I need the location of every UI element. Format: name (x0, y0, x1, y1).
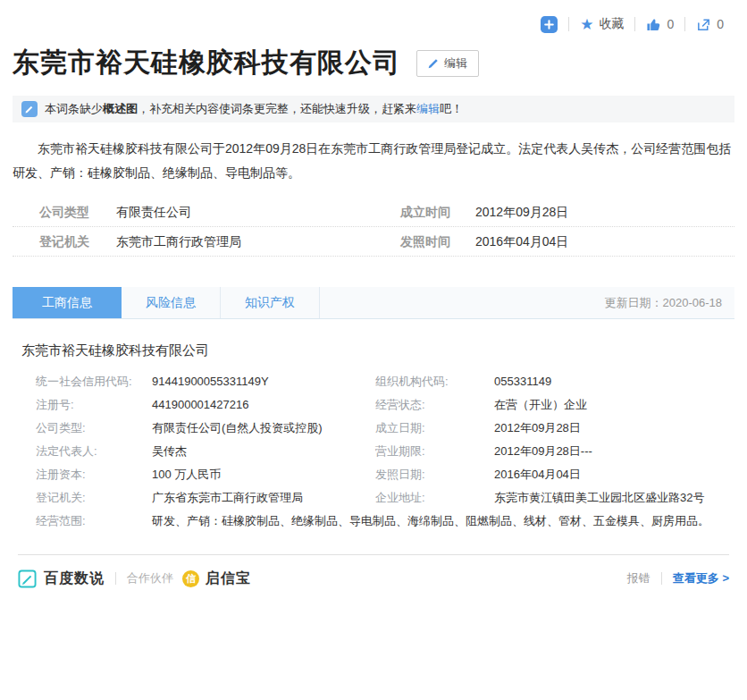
field-value: 研发、产销：硅橡胶制品、绝缘制品、导电制品、海绵制品、阻燃制品、线材、管材、五金… (152, 510, 734, 533)
notice-bar: 本词条缺少概述图，补充相关内容使词条更完整，还能快速升级，赶紧来编辑吧！ (13, 96, 734, 122)
summary-paragraph: 东莞市裕天硅橡胶科技有限公司于2012年09月28日在东莞市工商行政管理局登记成… (13, 137, 734, 185)
divider (115, 572, 116, 585)
field-value: 广东省东莞市工商行政管理局 (152, 486, 375, 510)
notice-edit-link[interactable]: 编辑 (416, 102, 440, 115)
favorite-label: 收藏 (599, 16, 624, 32)
company-name-heading: 东莞市裕天硅橡胶科技有限公司 (13, 342, 734, 359)
basic-label: 登记机关 (39, 232, 116, 250)
basic-info-table: 公司类型 有限责任公司 成立时间 2012年09月28日 登记机关 东莞市工商行… (13, 198, 734, 257)
business-info-grid: 统一社会信用代码: 91441900055331149Y 组织机构代码: 055… (13, 370, 734, 533)
business-info-row: 公司类型: 有限责任公司(自然人投资或控股) 成立日期: 2012年09月28日 (13, 417, 734, 440)
view-more-link[interactable]: 查看更多 > (673, 570, 729, 586)
field-label: 注册号: (36, 393, 152, 417)
field-label: 统一社会信用代码: (36, 370, 152, 393)
qixinbao-label: 启信宝 (206, 569, 251, 588)
field-value: 2012年09月28日--- (494, 440, 734, 463)
baike-entry-page: ★ 收藏 0 0 东莞市裕天硅橡胶科技有限公司 编辑 本词条缺少概述图，补充相关… (0, 11, 747, 591)
basic-label: 公司类型 (39, 203, 116, 221)
qixinbao-logo-icon: 信 (182, 570, 199, 587)
field-value: 441900001427216 (152, 393, 375, 417)
field-value: 在营（开业）企业 (494, 393, 734, 417)
field-value: 2016年04月04日 (494, 463, 734, 486)
baidu-shushuo-brand: 百度数说 (18, 569, 105, 588)
star-icon: ★ (580, 17, 593, 32)
update-date-label: 更新日期：2020-06-18 (605, 287, 735, 318)
business-info-row: 法定代表人: 吴传杰 营业期限: 2012年09月28日--- (13, 440, 734, 463)
field-value: 2012年09月28日 (494, 417, 734, 440)
field-label: 公司类型: (36, 417, 152, 440)
field-label: 组织机构代码: (375, 370, 494, 393)
notice-pencil-icon (21, 101, 38, 117)
tab-business-info[interactable]: 工商信息 (13, 287, 122, 318)
tab-risk-info[interactable]: 风险信息 (122, 287, 221, 318)
field-value: 有限责任公司(自然人投资或控股) (152, 417, 375, 440)
business-info-row: 注册号: 441900001427216 经营状态: 在营（开业）企业 (13, 393, 734, 417)
basic-value: 2012年09月28日 (475, 203, 734, 221)
report-error-link[interactable]: 报错 (627, 570, 650, 586)
title-row: 东莞市裕天硅橡胶科技有限公司 编辑 (13, 45, 734, 81)
plus-icon (541, 16, 558, 33)
notice-text-middle: ，补充相关内容使词条更完整，还能快速升级，赶紧来 (138, 102, 416, 115)
share-count: 0 (717, 17, 724, 31)
footer-right: 报错 查看更多 > (627, 570, 729, 586)
basic-label: 发照时间 (400, 232, 475, 250)
field-value: 吴传杰 (152, 440, 375, 463)
business-info-row: 统一社会信用代码: 91441900055331149Y 组织机构代码: 055… (13, 370, 734, 393)
basic-value: 2016年04月04日 (475, 232, 734, 250)
like-count: 0 (667, 17, 674, 31)
notice-text: 本词条缺少概述图，补充相关内容使词条更完整，还能快速升级，赶紧来编辑吧！ (45, 101, 463, 117)
basic-info-row: 登记机关 东莞市工商行政管理局 发照时间 2016年04月04日 (13, 227, 734, 257)
field-label: 营业期限: (375, 440, 494, 463)
field-label: 成立日期: (375, 417, 494, 440)
add-button[interactable] (530, 16, 568, 33)
action-bar: ★ 收藏 0 0 (13, 11, 734, 38)
footer: 百度数说 合作伙伴 信 启信宝 报错 查看更多 > (13, 566, 734, 591)
baidu-shushuo-logo-icon (18, 569, 37, 588)
tab-spacer (320, 287, 605, 318)
basic-info-row: 公司类型 有限责任公司 成立时间 2012年09月28日 (13, 198, 734, 227)
field-value: 055331149 (494, 370, 734, 393)
share-button[interactable]: 0 (685, 17, 734, 32)
field-label: 登记机关: (36, 486, 152, 510)
field-value: 91441900055331149Y (152, 370, 375, 393)
field-label: 经营范围: (36, 510, 152, 533)
field-value: 100 万人民币 (152, 463, 375, 486)
business-info-row-scope: 经营范围: 研发、产销：硅橡胶制品、绝缘制品、导电制品、海绵制品、阻燃制品、线材… (13, 510, 734, 533)
page-title: 东莞市裕天硅橡胶科技有限公司 (13, 45, 400, 81)
field-label: 法定代表人: (36, 440, 152, 463)
pencil-icon (428, 57, 440, 69)
thumbs-up-icon (646, 17, 661, 32)
like-button[interactable]: 0 (635, 17, 684, 32)
footer-divider (18, 554, 729, 555)
edit-entry-button[interactable]: 编辑 (416, 50, 479, 77)
field-label: 注册资本: (36, 463, 152, 486)
notice-bold-text: 概述图 (103, 102, 138, 115)
field-label: 发照日期: (375, 463, 494, 486)
field-label: 企业地址: (375, 486, 494, 510)
business-info-row: 注册资本: 100 万人民币 发照日期: 2016年04月04日 (13, 463, 734, 486)
tab-bar: 工商信息 风险信息 知识产权 更新日期：2020-06-18 (13, 287, 734, 319)
share-icon (696, 17, 711, 32)
field-value: 东莞市黄江镇田美工业园北区盛业路32号 (494, 486, 734, 510)
tab-intellectual-property[interactable]: 知识产权 (221, 287, 320, 318)
business-info-row: 登记机关: 广东省东莞市工商行政管理局 企业地址: 东莞市黄江镇田美工业园北区盛… (13, 486, 734, 510)
notice-text-before: 本词条缺少 (45, 102, 103, 115)
edit-button-label: 编辑 (444, 55, 467, 72)
favorite-button[interactable]: ★ 收藏 (569, 16, 634, 32)
basic-value: 东莞市工商行政管理局 (116, 232, 400, 250)
partner-label: 合作伙伴 (127, 570, 173, 586)
basic-label: 成立时间 (400, 203, 475, 221)
divider (661, 572, 662, 585)
field-label: 经营状态: (375, 393, 494, 417)
baidu-shushuo-label: 百度数说 (44, 569, 105, 588)
notice-text-after: 吧！ (440, 102, 463, 115)
basic-value: 有限责任公司 (116, 203, 400, 221)
